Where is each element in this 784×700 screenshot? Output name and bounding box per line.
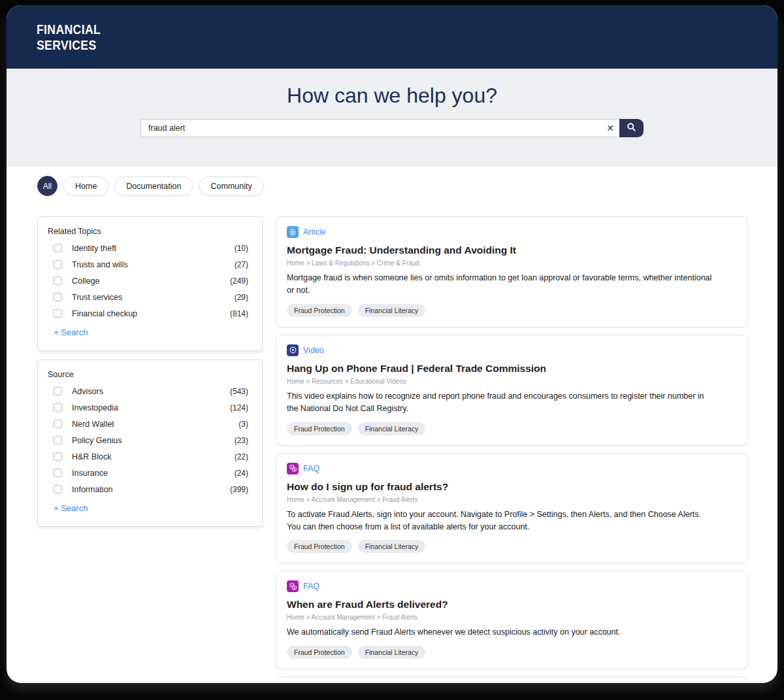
filter-option-policy-genius[interactable]: Policy Genius (23): [48, 432, 252, 448]
faq-icon: Q A: [287, 580, 299, 592]
result-card-ponzi-vs-pyramid[interactable]: Video Ponzi vs Pyramid Scheme: What's th…: [276, 676, 748, 683]
panel-title: Related Topics: [48, 227, 252, 236]
clear-search-icon[interactable]: ✕: [606, 124, 614, 133]
tab-all[interactable]: All: [37, 176, 57, 196]
filter-option-count: (24): [235, 469, 252, 478]
filter-option-label: Advisors: [72, 387, 103, 396]
search-box: ✕: [140, 119, 619, 137]
tag-fraud-protection[interactable]: Fraud Protection: [287, 422, 352, 435]
result-title[interactable]: When are Fraud Alerts delivered?: [287, 599, 737, 610]
checkbox[interactable]: [54, 485, 62, 493]
filter-option-college[interactable]: College (249): [48, 273, 252, 289]
checkbox[interactable]: [54, 469, 62, 477]
tag-fraud-protection[interactable]: Fraud Protection: [287, 304, 352, 317]
tag-financial-literacy[interactable]: Financial Literacy: [358, 540, 426, 553]
result-type-label: FAQ: [303, 464, 319, 473]
tab-home[interactable]: Home: [63, 176, 108, 196]
checkbox[interactable]: [54, 293, 62, 301]
checkbox[interactable]: [54, 436, 62, 444]
source-panel: Source Advisors (543) Investopedia (124)…: [37, 359, 263, 527]
filter-option-investopedia[interactable]: Investopedia (124): [48, 399, 252, 416]
filter-option-financial-checkup[interactable]: Financial checkup (814): [48, 305, 252, 322]
tag-fraud-protection[interactable]: Fraud Protection: [287, 540, 352, 553]
filter-option-count: (27): [235, 260, 252, 269]
search-button[interactable]: [619, 119, 644, 137]
breadcrumb: Home > Resources > Educational Videos: [287, 378, 737, 385]
result-type-label: FAQ: [303, 582, 319, 591]
topics-search-link[interactable]: + Search: [54, 327, 88, 337]
tab-documentation[interactable]: Documentation: [114, 176, 193, 196]
result-type-row: Video: [287, 344, 737, 356]
brand-line-2: SERVICES: [37, 37, 101, 52]
page-title: How can we help you?: [7, 69, 777, 108]
filter-option-information[interactable]: Information (399): [48, 481, 252, 497]
filter-option-hr-block[interactable]: H&R Block (22): [48, 448, 252, 465]
hero-section: How can we help you? ✕: [7, 69, 777, 167]
filter-option-label: Information: [72, 485, 113, 494]
filter-option-label: Identity theft: [72, 244, 116, 253]
svg-text:Q: Q: [291, 466, 293, 469]
filter-option-count: (814): [230, 309, 252, 318]
svg-text:Q: Q: [291, 584, 293, 586]
brand-line-1: FINANCIAL: [37, 22, 101, 37]
tab-community[interactable]: Community: [199, 176, 263, 196]
video-icon: [287, 344, 299, 356]
tag-financial-literacy[interactable]: Financial Literacy: [358, 422, 426, 435]
breadcrumb: Home > Account Management > Fraud Alerts: [287, 614, 737, 621]
filter-option-label: Policy Genius: [72, 436, 122, 445]
checkbox[interactable]: [54, 276, 62, 285]
result-type-label: Article: [303, 227, 326, 237]
breadcrumb: Home > Laws & Regulations > Crime & Frau…: [287, 259, 737, 267]
filter-option-label: Investopedia: [72, 403, 118, 412]
filter-option-trusts-and-wills[interactable]: Trusts and wills (27): [48, 256, 252, 273]
result-tags: Fraud Protection Financial Literacy: [287, 304, 737, 317]
result-card-mortgage-fraud[interactable]: Article Mortgage Fraud: Understanding an…: [276, 216, 748, 327]
filter-option-count: (29): [235, 293, 252, 302]
checkbox[interactable]: [54, 309, 62, 318]
result-card-fraud-alerts-delivered[interactable]: Q A FAQ When are Fraud Alerts delivered?…: [276, 571, 748, 669]
checkbox[interactable]: [54, 387, 62, 395]
result-title[interactable]: Mortgage Fraud: Understanding and Avoidi…: [287, 244, 737, 256]
filter-option-trust-services[interactable]: Trust services (29): [48, 289, 252, 305]
filter-option-count: (10): [235, 244, 252, 253]
filter-option-label: H&R Block: [72, 452, 111, 461]
result-type-row: Article: [287, 226, 737, 238]
result-tags: Fraud Protection Financial Literacy: [287, 422, 737, 435]
result-type-row: Q A FAQ: [287, 580, 737, 592]
search-input[interactable]: [140, 119, 619, 137]
tag-financial-literacy[interactable]: Financial Literacy: [358, 646, 426, 659]
filter-option-label: College: [72, 276, 99, 286]
result-description: This video explains how to recognize and…: [287, 390, 715, 416]
article-icon: [287, 226, 299, 238]
result-description: Mortgage fraud is when someone lies or o…: [287, 272, 715, 297]
filter-option-insurance[interactable]: Insurance (24): [48, 465, 252, 481]
result-tags: Fraud Protection Financial Literacy: [287, 540, 737, 553]
result-title[interactable]: How do I sign up for fraud alerts?: [287, 481, 737, 493]
result-description: We automatically send Fraud Alerts whene…: [287, 626, 715, 639]
brand-logo: FINANCIAL SERVICES: [37, 22, 101, 52]
checkbox[interactable]: [54, 452, 62, 461]
result-type-row: Q A FAQ: [287, 463, 737, 475]
tag-fraud-protection[interactable]: Fraud Protection: [287, 646, 352, 659]
filter-option-nerd-wallet[interactable]: Nerd Wallet (3): [48, 416, 252, 432]
filter-option-count: (543): [230, 387, 252, 396]
faq-icon: Q A: [287, 463, 299, 475]
result-card-sign-up-fraud-alerts[interactable]: Q A FAQ How do I sign up for fraud alert…: [276, 453, 748, 564]
checkbox[interactable]: [54, 244, 62, 252]
result-title[interactable]: Hang Up on Phone Fraud | Federal Trade C…: [287, 363, 737, 375]
checkbox[interactable]: [54, 260, 62, 269]
filter-option-identity-theft[interactable]: Identity theft (10): [48, 240, 252, 256]
tag-financial-literacy[interactable]: Financial Literacy: [358, 304, 426, 317]
checkbox[interactable]: [54, 420, 62, 428]
scope-tabs: All Home Documentation Community: [37, 176, 777, 196]
result-type-label: Video: [303, 346, 324, 355]
search-results: Article Mortgage Fraud: Understanding an…: [276, 216, 748, 683]
filters-sidebar: Related Topics Identity theft (10) Trust…: [37, 216, 263, 535]
checkbox[interactable]: [54, 403, 62, 412]
filter-option-count: (3): [238, 420, 252, 429]
related-topics-panel: Related Topics Identity theft (10) Trust…: [37, 216, 263, 351]
filter-option-advisors[interactable]: Advisors (543): [48, 383, 252, 399]
source-search-link[interactable]: + Search: [54, 503, 88, 513]
result-card-phone-fraud-video[interactable]: Video Hang Up on Phone Fraud | Federal T…: [276, 335, 748, 446]
result-tags: Fraud Protection Financial Literacy: [287, 646, 737, 659]
